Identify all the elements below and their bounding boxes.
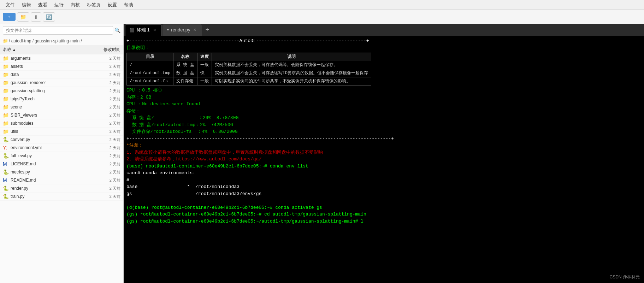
file-name: render.py — [11, 186, 92, 191]
tab-bar: ⬛终端 1✕≡render.py✕+ — [124, 24, 644, 36]
folder-icon: 📁 — [3, 39, 8, 43]
file-list-header: 名称 ▲ 修改时间 — [0, 45, 123, 54]
file-name: README.md — [11, 178, 92, 183]
tab-close-button[interactable]: ✕ — [152, 28, 157, 33]
terminal-area: ⬛终端 1✕≡render.py✕+ +--------------------… — [124, 24, 644, 283]
list-item[interactable]: 📁SIBR_viewers2 天前 — [0, 111, 123, 119]
menu-run[interactable]: 运行 — [52, 1, 66, 9]
file-date: 2 天前 — [92, 105, 120, 110]
file-date: 2 天前 — [92, 137, 120, 142]
folder-icon: 📁 — [3, 80, 9, 86]
list-item[interactable]: 📁arguments2 天前 — [0, 54, 123, 63]
list-item[interactable]: 📁data2 天前 — [0, 71, 123, 79]
upload-folder-button[interactable]: 📁 — [17, 12, 29, 22]
file-date: 2 天前 — [92, 153, 120, 159]
menu-help[interactable]: 帮助 — [121, 1, 136, 9]
sort-icon: ▲ — [12, 47, 16, 52]
sidebar: 🔍 📁 / autodl-tmp / gaussian-splatting-ma… — [0, 24, 124, 283]
menu-file[interactable]: 文件 — [3, 1, 18, 9]
plus-icon: + — [8, 14, 11, 19]
list-item[interactable]: 📁gaussian-splatting2 天前 — [0, 87, 123, 95]
file-name: assets — [11, 64, 92, 69]
file-date: 2 天前 — [92, 161, 120, 167]
list-item[interactable]: 📁utils2 天前 — [0, 128, 123, 136]
list-item[interactable]: 📁assets2 天前 — [0, 63, 123, 71]
file-name: train.py — [11, 194, 92, 199]
folder-icon: 📁 — [3, 129, 9, 134]
list-item[interactable]: 🐍train.py2 天前 — [0, 193, 123, 201]
file-name: arguments — [11, 56, 92, 61]
upload-button[interactable]: ⬆ — [31, 12, 41, 22]
refresh-button[interactable]: 🔄 — [43, 12, 55, 22]
tab-label: 终端 1 — [137, 27, 150, 33]
main-layout: 🔍 📁 / autodl-tmp / gaussian-splatting-ma… — [0, 24, 644, 283]
file-date: 2 天前 — [92, 178, 120, 183]
refresh-icon: 🔄 — [46, 14, 52, 20]
tab-icon: ≡ — [167, 28, 169, 32]
list-item[interactable]: 🐍convert.py2 天前 — [0, 136, 123, 144]
menu-view[interactable]: 查看 — [35, 1, 50, 9]
search-bar: 🔍 — [0, 24, 123, 37]
list-item[interactable]: 📁scene2 天前 — [0, 103, 123, 111]
folder-icon: 📁 — [3, 96, 9, 102]
py-icon: 🐍 — [3, 185, 9, 191]
new-button[interactable]: + — [3, 13, 16, 21]
folder-icon: 📁 — [20, 14, 26, 20]
tab-close-button[interactable]: ✕ — [192, 27, 197, 33]
list-item[interactable]: Y:environment.yml2 天前 — [0, 144, 123, 152]
menu-edit[interactable]: 编辑 — [19, 1, 34, 9]
upload-icon: ⬆ — [34, 14, 38, 20]
file-name: environment.yml — [11, 145, 92, 150]
menu-kernel[interactable]: 内核 — [68, 1, 83, 9]
file-date: 2 天前 — [92, 72, 120, 77]
file-name: gaussian_renderer — [11, 80, 92, 85]
file-name: gaussian-splatting — [11, 88, 92, 93]
file-name: lpipsPyTorch — [11, 96, 92, 101]
file-date: 2 天前 — [92, 113, 120, 118]
list-item[interactable]: 📁lpipsPyTorch2 天前 — [0, 95, 123, 103]
breadcrumb-path: / autodl-tmp / gaussian-splatting-main / — [9, 39, 82, 43]
watermark: CSDN @林林元 — [609, 274, 640, 280]
tab-render.py[interactable]: ≡render.py✕ — [163, 24, 202, 36]
search-button[interactable]: 🔍 — [114, 28, 120, 33]
file-date: 2 天前 — [92, 170, 120, 175]
column-name[interactable]: 名称 ▲ — [3, 47, 92, 53]
file-date: 2 天前 — [92, 64, 120, 69]
file-date: 2 天前 — [92, 145, 120, 151]
toolbar: + 📁 ⬆ 🔄 — [0, 10, 644, 24]
py-icon: 🐍 — [3, 194, 9, 199]
tab-终端1[interactable]: ⬛终端 1✕ — [125, 24, 162, 36]
yml-icon: Y: — [3, 145, 9, 151]
menu-tabs[interactable]: 标签页 — [84, 1, 104, 9]
py-icon: 🐍 — [3, 169, 9, 175]
list-item[interactable]: MREADME.md2 天前 — [0, 176, 123, 184]
file-name: utils — [11, 129, 92, 134]
folder-icon: 📁 — [3, 112, 9, 118]
py-icon: 🐍 — [3, 137, 9, 142]
md-icon: M — [3, 161, 9, 167]
file-date: 2 天前 — [92, 194, 120, 199]
list-item[interactable]: 🐍render.py2 天前 — [0, 184, 123, 193]
folder-icon: 📁 — [3, 64, 9, 69]
folder-icon: 📁 — [3, 55, 9, 61]
list-item[interactable]: 📁gaussian_renderer2 天前 — [0, 79, 123, 87]
file-name: scene — [11, 105, 92, 110]
file-name: full_eval.py — [11, 153, 92, 158]
add-tab-button[interactable]: + — [202, 26, 212, 34]
breadcrumb: 📁 / autodl-tmp / gaussian-splatting-main… — [0, 37, 123, 45]
list-item[interactable]: 🐍full_eval.py2 天前 — [0, 152, 123, 160]
folder-icon: 📁 — [3, 88, 9, 94]
menu-settings[interactable]: 设置 — [105, 1, 120, 9]
tab-icon: ⬛ — [130, 28, 135, 33]
list-item[interactable]: MLICENSE.md2 天前 — [0, 160, 123, 168]
py-icon: 🐍 — [3, 153, 9, 159]
file-date: 2 天前 — [92, 129, 120, 134]
file-date: 2 天前 — [92, 88, 120, 94]
list-item[interactable]: 🐍metrics.py2 天前 — [0, 168, 123, 176]
terminal-content[interactable]: +---------------------------------------… — [124, 36, 644, 283]
search-input[interactable] — [3, 26, 113, 35]
menu-bar: 文件 编辑 查看 运行 内核 标签页 设置 帮助 — [0, 0, 644, 10]
column-date: 修改时间 — [92, 47, 120, 53]
list-item[interactable]: 📁submodules2 天前 — [0, 119, 123, 128]
folder-icon: 📁 — [3, 120, 9, 126]
